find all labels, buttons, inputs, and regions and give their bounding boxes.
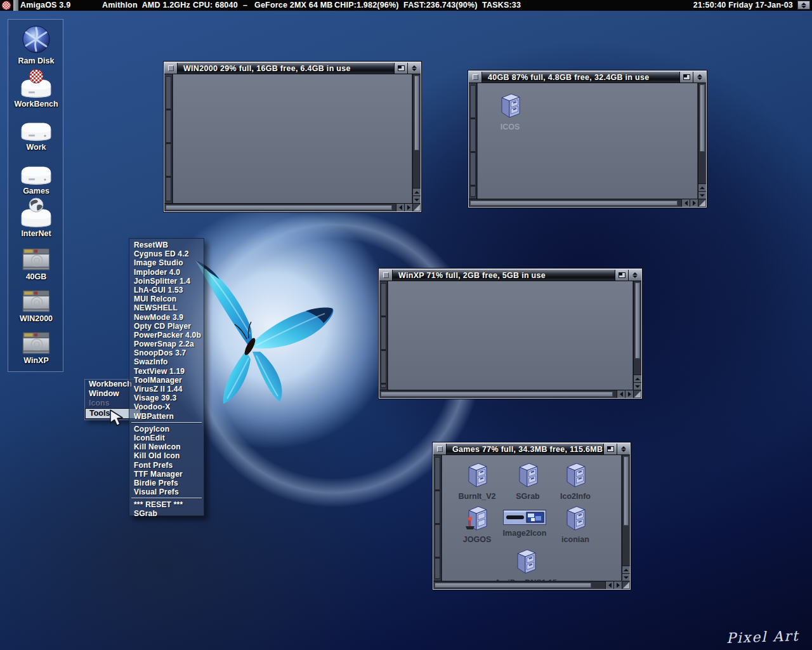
scroll-right-button[interactable] — [613, 581, 622, 589]
menu-item[interactable]: MUI Relcon — [129, 295, 204, 303]
scroll-left-button[interactable] — [605, 581, 613, 589]
depth-gadget[interactable] — [628, 270, 641, 281]
desktop-icon-40gb[interactable]: 40GB — [8, 239, 64, 281]
scroll-right-button[interactable] — [690, 199, 698, 207]
menu-item[interactable]: Birdie Prefs — [129, 479, 204, 488]
vertical-scrollbar[interactable] — [412, 74, 421, 203]
window-left-border[interactable] — [379, 281, 388, 390]
menu-item[interactable]: Kill NewIcon — [129, 442, 204, 451]
scroll-up-button[interactable] — [622, 566, 630, 573]
menu-item[interactable]: IconEdit — [129, 434, 204, 442]
close-gadget[interactable] — [379, 270, 393, 281]
scroll-up-button[interactable] — [634, 375, 641, 382]
resize-gadget[interactable] — [412, 203, 421, 211]
menu-item[interactable]: Font Prefs — [129, 461, 204, 470]
drawer-icon-sgrab[interactable]: SGrab — [501, 461, 554, 501]
resize-gadget[interactable] — [698, 199, 706, 207]
menu-item[interactable]: ResetWB — [129, 241, 204, 249]
scroll-down-button[interactable] — [413, 196, 421, 203]
scrollbar-thumb[interactable] — [635, 282, 640, 359]
horizontal-scrollbar[interactable] — [164, 203, 412, 211]
window-40gb[interactable]: 40GB 87% full, 4.8GB free, 32.4GB in use… — [468, 70, 707, 208]
window-content[interactable] — [388, 281, 632, 390]
menu-item[interactable]: NewMode 3.9 — [129, 313, 204, 322]
menu-item[interactable]: Visage 39.3 — [129, 394, 204, 402]
scrollbar-thumb[interactable] — [435, 583, 591, 588]
menu-item[interactable]: Cygnus ED 4.2 — [129, 249, 204, 258]
zoom-gadget[interactable] — [603, 444, 617, 454]
scroll-right-button[interactable] — [404, 204, 412, 211]
horizontal-scrollbar[interactable] — [379, 390, 633, 398]
menu-item[interactable]: TTF Manager — [129, 470, 204, 479]
scroll-down-button[interactable] — [634, 382, 641, 390]
menu-item[interactable]: Voodoo-X — [129, 402, 204, 411]
window-titlebar[interactable]: WinXP 71% full, 2GB free, 5GB in use — [379, 269, 641, 281]
depth-gadget[interactable] — [693, 72, 706, 83]
image2icon-widget-icon[interactable]: Image2Icon — [492, 510, 558, 538]
menu-item[interactable]: Visual Prefs — [129, 488, 204, 496]
desktop-icon-games[interactable]: Games — [8, 154, 64, 196]
scrollbar-thumb[interactable] — [470, 201, 678, 206]
drawer-icon-icos[interactable]: ICOS — [489, 92, 531, 131]
window-win2000[interactable]: WIN2000 29% full, 16GB free, 6.4GB in us… — [164, 62, 421, 212]
drawer-icon-ico2info[interactable]: Ico2Info — [549, 461, 602, 501]
vertical-scrollbar[interactable] — [633, 281, 641, 390]
zoom-gadget[interactable] — [615, 270, 628, 281]
window-left-border[interactable] — [433, 455, 442, 581]
menu-item[interactable]: CopyIcon — [129, 425, 204, 434]
screen-title-bar[interactable]: AmigaOS 3.9 Amithlon AMD 1.2GHz CPU: 680… — [0, 0, 812, 11]
desktop-icon-work[interactable]: Work — [8, 110, 64, 152]
horizontal-scrollbar[interactable] — [433, 581, 622, 589]
scroll-left-button[interactable] — [396, 204, 404, 211]
scroll-right-button[interactable] — [625, 390, 633, 398]
scrollbar-thumb[interactable] — [624, 456, 629, 526]
desktop-icon-internet[interactable]: InterNet — [8, 196, 64, 238]
window-titlebar[interactable]: WIN2000 29% full, 16GB free, 6.4GB in us… — [164, 62, 421, 74]
menu-item[interactable]: Image Studio — [129, 258, 204, 267]
window-games[interactable]: Games 77% full, 34.3MB free, 115.6MB in … — [433, 442, 631, 590]
resize-gadget[interactable] — [633, 390, 641, 398]
scroll-left-button[interactable] — [617, 390, 625, 398]
window-content[interactable] — [173, 74, 412, 203]
scrollbar-thumb[interactable] — [700, 84, 705, 152]
desktop-icon-workbench[interactable]: WorkBench — [8, 67, 64, 109]
depth-gadget[interactable] — [407, 63, 421, 74]
vertical-scrollbar[interactable] — [698, 83, 706, 199]
depth-gadget[interactable] — [617, 444, 630, 454]
close-gadget[interactable] — [164, 63, 178, 74]
scrollbar-thumb[interactable] — [381, 392, 613, 397]
window-content[interactable]: BurnIt_V2 SGrab Ico2Info — [442, 455, 621, 581]
desktop-icon-winxp[interactable]: WinXP — [8, 323, 64, 365]
menu-item[interactable]: PowerSnap 2.2a — [129, 340, 204, 348]
scroll-up-button[interactable] — [698, 183, 706, 191]
menu-item[interactable]: WBPattern — [129, 412, 204, 421]
scrollbar-thumb[interactable] — [414, 76, 419, 150]
menu-item[interactable]: ToolManager — [129, 376, 204, 385]
zoom-gadget[interactable] — [679, 72, 693, 83]
desktop-icon-ramdisk[interactable]: Ram Disk — [8, 23, 64, 65]
menu-item[interactable]: *** RESET *** — [129, 500, 204, 509]
window-winxp[interactable]: WinXP 71% full, 2GB free, 5GB in use — [379, 269, 642, 399]
vertical-scrollbar[interactable] — [622, 455, 630, 581]
horizontal-scrollbar[interactable] — [469, 199, 698, 207]
resize-gadget[interactable] — [622, 581, 630, 589]
close-gadget[interactable] — [433, 444, 447, 454]
scroll-down-button[interactable] — [698, 191, 706, 199]
screen-depth-gadget[interactable] — [797, 1, 810, 10]
scroll-left-button[interactable] — [681, 199, 690, 207]
menu-item[interactable]: SGrab — [129, 509, 204, 518]
menu-item[interactable]: SwazInfo — [129, 357, 204, 366]
drawer-icon-iconian[interactable]: iconian — [549, 505, 602, 544]
menu-item[interactable]: Opty CD Player — [129, 322, 204, 331]
zoom-gadget[interactable] — [394, 63, 407, 74]
menu-item[interactable]: VirusZ II 1.44 — [129, 385, 204, 394]
menu-item[interactable]: TextView 1.19 — [129, 367, 204, 376]
menu-item[interactable]: PowerPacker 4.0b — [129, 331, 204, 340]
window-content[interactable]: ICOS — [478, 83, 697, 199]
menu-item[interactable]: SnoopDos 3.7 — [129, 348, 204, 357]
drawer-icon-burnit[interactable]: BurnIt_V2 — [450, 461, 504, 501]
close-gadget[interactable] — [469, 72, 482, 83]
window-left-border[interactable] — [469, 83, 477, 199]
scroll-down-button[interactable] — [622, 573, 630, 581]
menu-item[interactable]: Imploder 4.0 — [129, 268, 204, 277]
